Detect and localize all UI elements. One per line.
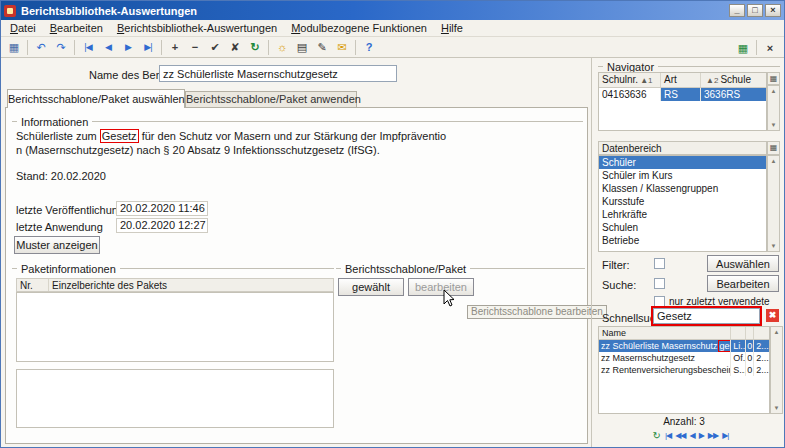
scroll-down-icon[interactable]: ▼ <box>771 120 777 130</box>
suche-checkbox[interactable] <box>654 278 665 289</box>
scroll-down-icon[interactable]: ▼ <box>771 241 777 251</box>
column-chooser-icon[interactable]: ▦ <box>767 72 780 85</box>
menu-berichtsbibliothek[interactable]: Berichtsbibliothek-Auswertungen <box>110 21 284 35</box>
close-form-icon[interactable]: × <box>760 39 780 57</box>
muster-anzeigen-button[interactable]: Muster anzeigen <box>14 236 100 254</box>
scroll-up-icon[interactable]: ▲ <box>774 327 780 337</box>
next-page-icon[interactable]: ▶▶ <box>708 429 718 442</box>
report-name-input[interactable] <box>159 65 397 82</box>
column-header-3[interactable] <box>746 327 754 339</box>
previous-record-icon[interactable]: ◀ <box>98 38 118 56</box>
cell-type[interactable]: Of.. <box>731 352 746 364</box>
table-row[interactable]: 04163636 RS 3636RS <box>599 88 766 101</box>
cancel-icon[interactable]: ✘ <box>225 38 245 56</box>
list-item-betriebe[interactable]: Betriebe <box>599 234 766 247</box>
next-record-icon[interactable]: ▶ <box>118 38 138 56</box>
list-item-klassen[interactable]: Klassen / Klassengruppen <box>599 182 766 195</box>
menu-hilfe[interactable]: Hilfe <box>434 21 470 35</box>
last-record-icon[interactable]: ▶| <box>138 38 158 56</box>
help-icon[interactable]: ? <box>359 38 379 56</box>
paket-detail-box[interactable] <box>16 369 334 428</box>
gewaehlt-button[interactable]: gewählt <box>338 278 404 296</box>
list-item-schulen[interactable]: Schulen <box>599 221 766 234</box>
column-header-art[interactable]: Art <box>661 73 701 87</box>
paket-report-list[interactable] <box>16 292 334 362</box>
menu-bearbeiten-accel: B <box>50 22 57 34</box>
undo-icon[interactable]: ↶ <box>31 38 51 56</box>
confirm-icon[interactable]: ✔ <box>205 38 225 56</box>
cell-name[interactable]: zz Schülerliste Masernschutzgesetz <box>599 340 731 352</box>
title-bar[interactable]: Berichtsbibliothek-Auswertungen _ □ × <box>1 1 784 20</box>
column-header-schule[interactable]: ▲2Schule <box>701 73 766 87</box>
table-row[interactable]: zz Masernschutzgesetz Of.. 0 2... <box>599 352 769 364</box>
mail-icon[interactable]: ✉ <box>332 38 352 56</box>
excel-export-icon[interactable]: ▦ <box>733 39 753 57</box>
column-header-name[interactable]: Name <box>599 327 731 339</box>
refresh-icon[interactable]: ↻ <box>653 429 661 442</box>
scroll-up-icon[interactable]: ▲ <box>771 156 777 166</box>
column-header-2[interactable] <box>731 327 746 339</box>
menu-datei[interactable]: Datei <box>3 21 43 35</box>
cell-art[interactable]: RS <box>661 88 701 101</box>
menu-modul-rest: odulbezogene Funktionen <box>300 22 427 34</box>
cell-count[interactable]: 0 <box>746 352 754 364</box>
paketinformationen-group-header: Paketinformationen <box>12 263 334 274</box>
cell-date[interactable]: 2... <box>754 340 769 352</box>
window-icon[interactable]: ▦ <box>4 38 24 56</box>
edit-icon[interactable]: ✎ <box>312 38 332 56</box>
maximize-button[interactable]: □ <box>747 4 763 17</box>
list-item-kursstufe[interactable]: Kursstufe <box>599 195 766 208</box>
redo-icon[interactable]: ↷ <box>51 38 71 56</box>
delete-record-icon[interactable]: − <box>185 38 205 56</box>
cell-name[interactable]: zz Masernschutzgesetz <box>599 352 731 364</box>
clear-search-icon[interactable]: ✖ <box>766 309 779 322</box>
datenbereich-scrollbar[interactable]: ▲ ▼ <box>767 155 780 252</box>
list-item-schueler[interactable]: Schüler <box>599 156 766 169</box>
cell-type[interactable]: S... <box>731 364 746 376</box>
cell-name[interactable]: zz Rentenversicherungsbescheinigung... <box>599 364 731 376</box>
cell-type[interactable]: Li.. <box>731 340 746 352</box>
next-record-icon[interactable]: ▶ <box>699 429 704 442</box>
navigator-scrollbar[interactable]: ▲ ▼ <box>767 85 780 131</box>
schnellsuche-input[interactable] <box>653 308 760 324</box>
cell-schule[interactable]: 3636RS <box>701 88 766 101</box>
auswaehlen-button[interactable]: Auswählen <box>707 255 779 272</box>
menu-bearbeiten[interactable]: Bearbeiten <box>43 21 110 35</box>
cell-count[interactable]: 0 <box>746 364 754 376</box>
lamp-icon[interactable]: ☼ <box>272 38 292 56</box>
add-record-icon[interactable]: + <box>165 38 185 56</box>
list-item-lehrkraefte[interactable]: Lehrkräfte <box>599 208 766 221</box>
table-row[interactable]: zz Schülerliste Masernschutzgesetz Li.. … <box>599 340 769 352</box>
filter-checkbox[interactable] <box>654 258 665 269</box>
column-chooser-icon[interactable]: ▦ <box>767 141 780 155</box>
suche-bearbeiten-button[interactable]: Bearbeiten <box>707 275 779 292</box>
bearbeiten-button[interactable]: bearbeiten <box>408 278 474 296</box>
tab-berichtsschablone-auswaehlen[interactable]: Berichtsschablone/Paket auswählen <box>7 89 185 108</box>
splitter[interactable] <box>591 58 592 448</box>
list-item-schueler-im-kurs[interactable]: Schüler im Kurs <box>599 169 766 182</box>
last-record-icon[interactable]: ▶| <box>722 429 728 442</box>
results-scrollbar[interactable]: ▲ ▼ <box>770 326 783 414</box>
cell-count[interactable]: 0 <box>746 340 754 352</box>
column-header-4[interactable] <box>754 327 769 339</box>
prev-page-icon[interactable]: ◀◀ <box>675 429 685 442</box>
first-record-icon[interactable]: |◀ <box>78 38 98 56</box>
first-record-icon[interactable]: |◀ <box>665 429 671 442</box>
print-icon[interactable]: ▤ <box>292 38 312 56</box>
scroll-down-icon[interactable]: ▼ <box>774 403 780 413</box>
column-header-schulnr[interactable]: Schulnr.▲1 <box>599 73 661 87</box>
menu-bearbeiten-rest: earbeiten <box>57 22 103 34</box>
cell-date[interactable]: 2... <box>754 352 769 364</box>
menu-modulbezogene-funktionen[interactable]: Modulbezogene Funktionen <box>284 21 434 35</box>
prev-record-icon[interactable]: ◀ <box>690 429 695 442</box>
refresh-icon[interactable]: ↻ <box>245 38 265 56</box>
table-row[interactable]: zz Rentenversicherungsbescheinigung... S… <box>599 364 769 376</box>
tab-berichtsschablone-anwenden[interactable]: Berichtsschablone/Paket anwenden <box>185 91 357 108</box>
cell-schulnr[interactable]: 04163636 <box>599 88 661 101</box>
minimize-button[interactable]: _ <box>729 4 745 17</box>
scroll-up-icon[interactable]: ▲ <box>771 86 777 96</box>
column-header-einzelberichte[interactable]: Einzelberichte des Pakets <box>49 279 333 291</box>
cell-date[interactable]: 2... <box>754 364 769 376</box>
column-header-nr[interactable]: Nr. <box>17 279 49 291</box>
close-button[interactable]: × <box>765 4 781 17</box>
